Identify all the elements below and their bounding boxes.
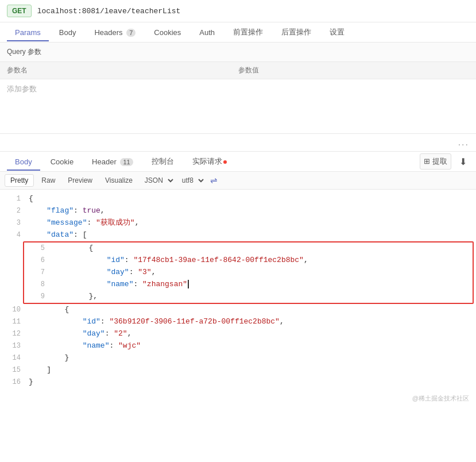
json-body: 1 { 2 "flag": true, 3 "message": "获取成功",…	[0, 190, 476, 392]
actual-request-dot	[223, 160, 227, 164]
response-tabs-left: Body Cookie Header 11 控制台 实际请求	[7, 152, 235, 171]
response-actions-right: ⊞ 提取 ⬇	[420, 153, 469, 170]
json-line-9: 9 },	[24, 291, 473, 303]
empty-space	[0, 99, 476, 133]
response-section: Body Cookie Header 11 控制台 实际请求 ⊞ 提取 ⬇ Pr…	[0, 151, 476, 406]
json-line-14: 14 }	[0, 352, 476, 364]
col-param-value: 参数值	[238, 66, 259, 75]
json-line-13: 13 "name": "wjc"	[0, 340, 476, 352]
top-tab-bar: Params Body Headers 7 Cookies Auth 前置操作 …	[0, 22, 476, 43]
json-line-2: 2 "flag": true,	[0, 205, 476, 217]
format-pretty[interactable]: Pretty	[5, 174, 34, 187]
json-line-8: 8 "name": "zhangsan"	[24, 279, 473, 291]
json-line-5: 5 {	[24, 242, 473, 255]
format-raw[interactable]: Raw	[36, 175, 60, 186]
json-line-15: 15 ]	[0, 364, 476, 376]
extract-label: 提取	[432, 157, 447, 165]
query-params-label: Query 参数	[0, 43, 476, 62]
format-type-select[interactable]: JSON XML HTML Text	[140, 174, 175, 187]
json-line-3: 3 "message": "获取成功",	[0, 217, 476, 229]
tab-pre-action[interactable]: 前置操作	[225, 22, 271, 42]
encoding-select[interactable]: utf8 gbk	[177, 174, 206, 187]
url-text: localhost:8081/leave/teacherList	[37, 7, 181, 16]
tab-response-body[interactable]: Body	[7, 153, 40, 171]
tab-console[interactable]: 控制台	[144, 152, 182, 171]
tab-post-action[interactable]: 后置操作	[273, 22, 319, 42]
response-tab-bar: Body Cookie Header 11 控制台 实际请求 ⊞ 提取 ⬇	[0, 152, 476, 172]
tab-actual-request[interactable]: 实际请求	[184, 152, 235, 171]
params-header: 参数名 参数值	[0, 62, 476, 79]
wrap-icon[interactable]: ⇌	[208, 174, 220, 187]
tab-body[interactable]: Body	[51, 24, 84, 41]
col-param-name: 参数名	[7, 66, 238, 75]
json-line-1: 1 {	[0, 193, 476, 205]
json-line-16: 16 }	[0, 376, 476, 388]
watermark: @稀土掘金技术社区	[0, 392, 476, 406]
divider-dots: ...	[0, 133, 476, 151]
tab-cookie[interactable]: Cookie	[42, 153, 82, 171]
extract-button[interactable]: ⊞ 提取	[420, 153, 451, 170]
request-bar: GET localhost:8081/leave/teacherList	[0, 0, 476, 22]
header-badge: 11	[120, 158, 133, 166]
tab-settings[interactable]: 设置	[322, 22, 353, 42]
tab-cookies[interactable]: Cookies	[146, 24, 189, 41]
extract-icon: ⊞	[424, 157, 430, 165]
json-line-12: 12 "day": "2",	[0, 328, 476, 340]
tab-headers[interactable]: Headers 7	[86, 24, 144, 41]
format-preview[interactable]: Preview	[63, 175, 98, 186]
format-visualize[interactable]: Visualize	[100, 175, 138, 186]
format-bar: Pretty Raw Preview Visualize JSON XML HT…	[0, 172, 476, 190]
headers-badge: 7	[126, 29, 136, 37]
add-param-row[interactable]: 添加参数	[0, 79, 476, 99]
method-badge: GET	[7, 5, 32, 17]
json-line-11: 11 "id": "36b9120f-3906-11ef-a72b-00ff1e…	[0, 316, 476, 328]
tab-params[interactable]: Params	[7, 24, 49, 41]
json-line-4: 4 "data": [	[0, 229, 476, 241]
json-line-7: 7 "day": "3",	[24, 267, 473, 279]
json-line-6: 6 "id": "17f48cb1-39ae-11ef-8642-00ff1ec…	[24, 255, 473, 267]
highlight-region: 5 { 6 "id": "17f48cb1-39ae-11ef-8642-00f…	[0, 241, 476, 304]
download-icon[interactable]: ⬇	[457, 154, 469, 170]
json-line-10: 10 {	[0, 304, 476, 316]
tab-auth[interactable]: Auth	[191, 24, 223, 41]
tab-header[interactable]: Header 11	[84, 153, 141, 171]
